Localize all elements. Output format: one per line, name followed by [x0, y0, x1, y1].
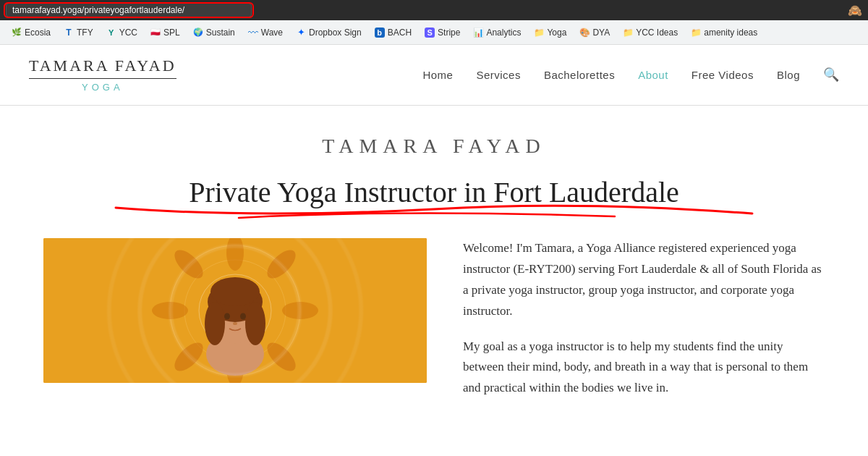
bookmark-bach-label: BACH [388, 28, 412, 38]
svg-point-13 [206, 332, 264, 376]
svg-rect-14 [229, 321, 241, 336]
nav-free-videos[interactable]: Free Videos [692, 69, 754, 81]
svg-point-5 [226, 238, 244, 271]
bookmark-tfy-label: TFY [77, 28, 93, 38]
spl-icon: 🇵🇱 [150, 28, 161, 38]
svg-point-2 [184, 260, 286, 361]
svg-point-1 [170, 245, 300, 376]
bookmark-dropbox[interactable]: ✦ Dropbox Sign [290, 25, 367, 40]
browser-chrome: tamarafayad.yoga/privateyogafortlauderda… [0, 0, 868, 20]
bookmark-stripe-label: Stripe [438, 28, 460, 38]
welcome-paragraph: Welcome! I'm Tamara, a Yoga Alliance reg… [463, 238, 825, 322]
instructor-photo [43, 238, 427, 383]
nav-services[interactable]: Services [476, 69, 521, 81]
svg-point-11 [170, 338, 208, 376]
red-underline-annotation [109, 193, 760, 222]
search-icon[interactable]: 🔍 [823, 67, 839, 83]
svg-point-22 [233, 322, 237, 325]
logo-yoga: YOGA [29, 82, 176, 93]
bookmark-yoga-label: Yoga [547, 28, 566, 38]
svg-point-19 [210, 277, 260, 306]
svg-point-3 [199, 274, 271, 347]
bookmark-amenity-ideas-label: amenity ideas [704, 28, 757, 38]
svg-rect-0 [43, 238, 427, 383]
bookmark-ycc[interactable]: Y YCC [101, 25, 143, 40]
bookmark-stripe[interactable]: S Stripe [419, 25, 466, 40]
bookmark-ecosia[interactable]: 🌿 Ecosia [6, 25, 56, 40]
content-area: Welcome! I'm Tamara, a Yoga Alliance reg… [43, 238, 825, 399]
svg-point-10 [263, 338, 300, 376]
nav-bachelorettes[interactable]: Bachelorettes [544, 69, 615, 81]
logo-name: TAMARA FAYAD [29, 56, 176, 75]
amenity-ideas-folder-icon: 📁 [691, 28, 701, 38]
bookmark-amenity-ideas[interactable]: 📁 amenity ideas [685, 25, 763, 40]
stripe-icon: S [425, 28, 435, 38]
text-content: Welcome! I'm Tamara, a Yoga Alliance reg… [463, 238, 825, 399]
bookmark-dya[interactable]: 🎨 DYA [574, 25, 616, 40]
bookmark-analytics-label: Analytics [486, 28, 521, 38]
bookmark-sustain[interactable]: 🌍 Sustain [187, 25, 241, 40]
eye-icon: 🙈 [848, 4, 862, 17]
url-bar[interactable]: tamarafayad.yoga/privateyogafortlauderda… [6, 3, 252, 17]
svg-point-12 [263, 245, 300, 283]
dya-icon: 🎨 [579, 28, 590, 38]
bookmark-wave-label: Wave [261, 28, 283, 38]
svg-point-20 [224, 313, 230, 319]
bookmark-ycc-label: YCC [119, 28, 137, 38]
nav-blog[interactable]: Blog [777, 69, 800, 81]
wave-icon: 〰 [248, 28, 258, 38]
hero-heading-wrapper: Private Yoga Instructor in Fort Lauderda… [43, 175, 825, 209]
ecosia-icon: 🌿 [12, 28, 22, 38]
sustain-icon: 🌍 [193, 28, 203, 38]
site-nav: Home Services Bachelorettes About Free V… [422, 67, 839, 83]
bookmark-wave[interactable]: 〰 Wave [242, 25, 289, 40]
bookmark-spl-label: SPL [163, 28, 180, 38]
tfy-icon: T [64, 28, 74, 38]
svg-point-6 [226, 350, 244, 383]
bookmark-dropbox-label: Dropbox Sign [309, 28, 362, 38]
nav-about[interactable]: About [638, 69, 668, 81]
ycc-ideas-folder-icon: 📁 [623, 28, 633, 38]
bookmark-ycc-ideas[interactable]: 📁 YCC Ideas [617, 25, 684, 40]
bookmark-tfy[interactable]: T TFY [58, 25, 99, 40]
logo-divider [29, 78, 176, 79]
svg-point-4 [213, 289, 257, 332]
site-header: TAMARA FAYAD YOGA Home Services Bachelor… [0, 45, 868, 106]
svg-point-18 [245, 302, 265, 345]
bookmark-ycc-ideas-label: YCC Ideas [636, 28, 678, 38]
bach-icon: b [375, 28, 385, 38]
yoga-folder-icon: 📁 [534, 28, 544, 38]
bookmarks-bar: 🌿 Ecosia T TFY Y YCC 🇵🇱 SPL 🌍 Sustain 〰 … [0, 20, 868, 45]
bookmark-spl[interactable]: 🇵🇱 SPL [145, 25, 186, 40]
bookmark-ecosia-label: Ecosia [25, 28, 51, 38]
photo-svg [43, 238, 427, 383]
svg-point-16 [208, 282, 263, 322]
dropbox-icon: ✦ [296, 28, 306, 38]
nav-home[interactable]: Home [422, 69, 453, 81]
svg-point-8 [282, 302, 318, 319]
bookmark-analytics[interactable]: 📊 Analytics [467, 25, 527, 40]
analytics-icon: 📊 [473, 28, 483, 38]
goal-paragraph: My goal as a yoga instructor is to help … [463, 337, 825, 400]
svg-point-9 [170, 245, 208, 283]
svg-point-21 [240, 313, 246, 319]
main-content: TAMARA FAYAD Private Yoga Instructor in … [0, 106, 868, 428]
url-text: tamarafayad.yoga/privateyogafortlauderda… [12, 5, 184, 15]
bookmark-dya-label: DYA [592, 28, 610, 38]
svg-point-17 [205, 302, 225, 345]
page-title: TAMARA FAYAD [43, 135, 825, 158]
bookmark-yoga[interactable]: 📁 Yoga [528, 25, 572, 40]
bookmark-bach[interactable]: b BACH [369, 25, 417, 40]
bookmark-sustain-label: Sustain [206, 28, 235, 38]
site-logo[interactable]: TAMARA FAYAD YOGA [29, 56, 176, 93]
svg-point-7 [152, 302, 188, 319]
svg-point-15 [210, 289, 260, 344]
ycc-icon: Y [106, 28, 116, 38]
